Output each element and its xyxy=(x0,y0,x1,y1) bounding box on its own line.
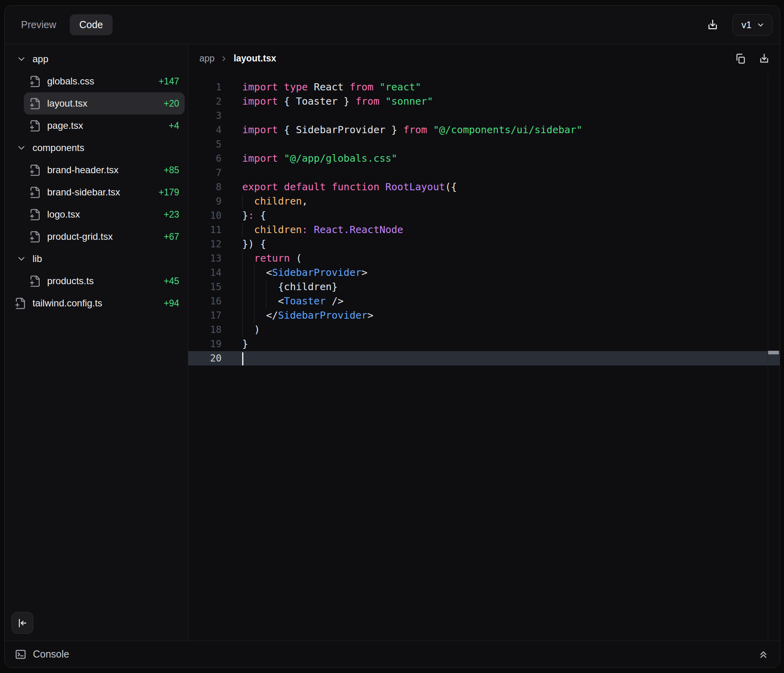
diff-added-badge: +179 xyxy=(159,187,185,198)
code-line-13[interactable]: 13return ( xyxy=(188,251,780,266)
line-code: children: React.ReactNode xyxy=(242,223,780,237)
code-header: app layout.tsx xyxy=(188,44,780,73)
tree-item-label: lib xyxy=(33,253,42,264)
tree-item-label: page.tsx xyxy=(47,120,83,131)
code-actions xyxy=(734,53,770,65)
indent-guide xyxy=(266,294,278,308)
line-number: 7 xyxy=(188,167,222,178)
tree-item-label: brand-header.tsx xyxy=(47,164,119,176)
tab-code[interactable]: Code xyxy=(70,14,113,35)
topbar-actions: v1 xyxy=(706,14,773,36)
line-number: 15 xyxy=(188,281,222,293)
code-line-15[interactable]: 15{children} xyxy=(188,280,780,294)
copy-code-button[interactable] xyxy=(734,53,746,65)
tree-item-label: brand-sidebar.tsx xyxy=(47,187,120,198)
code-line-11[interactable]: 11children: React.ReactNode xyxy=(188,223,780,237)
tree-item-page-tsx[interactable]: page.tsx+4 xyxy=(5,115,185,137)
tree-item-label: product-grid.tsx xyxy=(47,231,113,242)
line-code: } xyxy=(242,337,780,351)
indent-guide xyxy=(266,280,278,294)
tree-item-layout-tsx[interactable]: layout.tsx+20 xyxy=(24,92,185,115)
line-number: 8 xyxy=(188,182,222,193)
line-code: {children} xyxy=(242,280,780,294)
tree-item-logo-tsx[interactable]: logo.tsx+23 xyxy=(5,203,185,226)
expand-console-button[interactable] xyxy=(757,648,769,660)
tree-item-label: products.ts xyxy=(47,275,94,287)
chevron-right-icon xyxy=(220,55,228,63)
copy-icon xyxy=(734,53,746,65)
code-line-7[interactable]: 7 xyxy=(188,166,780,180)
indent-guide xyxy=(242,194,254,208)
code-line-12[interactable]: 12}) { xyxy=(188,237,780,251)
version-dropdown[interactable]: v1 xyxy=(732,14,773,36)
code-line-10[interactable]: 10}: { xyxy=(188,208,780,223)
indent-guide xyxy=(254,294,266,308)
indent-guide xyxy=(242,251,254,266)
code-line-8[interactable]: 8export default function RootLayout({ xyxy=(188,180,780,194)
tree-item-brand-sidebar-tsx[interactable]: brand-sidebar.tsx+179 xyxy=(5,181,185,203)
code-line-9[interactable]: 9children, xyxy=(188,194,780,208)
line-code xyxy=(242,166,780,180)
console-toggle[interactable]: Console xyxy=(15,648,69,660)
code-line-18[interactable]: 18) xyxy=(188,323,780,337)
download-button[interactable] xyxy=(706,19,719,31)
line-code xyxy=(242,109,780,123)
code-line-6[interactable]: 6import "@/app/globals.css" xyxy=(188,151,780,166)
download-file-button[interactable] xyxy=(758,53,770,65)
line-code: children, xyxy=(242,194,780,208)
tree-item-globals-css[interactable]: globals.css+147 xyxy=(5,70,185,92)
tree-item-products-ts[interactable]: products.ts+45 xyxy=(5,270,185,292)
code-line-2[interactable]: 2import { Toaster } from "sonner" xyxy=(188,94,780,109)
code-editor[interactable]: 1import type React from "react"2import {… xyxy=(188,73,780,640)
editor-scrollbar-thumb[interactable] xyxy=(768,351,779,354)
line-number: 19 xyxy=(188,338,222,350)
line-number: 12 xyxy=(188,239,222,250)
line-number: 16 xyxy=(188,296,222,307)
code-line-20[interactable]: 20 xyxy=(188,351,780,365)
download-icon xyxy=(706,19,719,31)
line-number: 2 xyxy=(188,96,222,107)
code-line-17[interactable]: 17</SidebarProvider> xyxy=(188,308,780,323)
line-code: </SidebarProvider> xyxy=(242,308,780,323)
diff-added-badge: +67 xyxy=(164,231,185,242)
code-line-19[interactable]: 19} xyxy=(188,337,780,351)
tab-preview[interactable]: Preview xyxy=(19,14,58,35)
terminal-icon xyxy=(15,648,27,660)
line-number: 3 xyxy=(188,110,222,121)
tree-item-app[interactable]: app xyxy=(5,48,185,70)
indent-guide xyxy=(242,223,254,237)
text-caret xyxy=(242,352,243,365)
code-line-1[interactable]: 1import type React from "react" xyxy=(188,80,780,94)
tree-item-brand-header-tsx[interactable]: brand-header.tsx+85 xyxy=(5,159,185,181)
file-plus-icon xyxy=(29,164,41,176)
indent-guide xyxy=(242,280,254,294)
breadcrumb: app layout.tsx xyxy=(199,53,276,64)
code-line-14[interactable]: 14<SidebarProvider> xyxy=(188,266,780,280)
line-number: 11 xyxy=(188,224,222,235)
editor-scrollbar-track[interactable] xyxy=(768,73,768,640)
collapse-sidebar-button[interactable] xyxy=(11,612,33,634)
chevrons-up-icon xyxy=(757,648,769,660)
tree-item-label: logo.tsx xyxy=(47,209,80,220)
line-number: 14 xyxy=(188,267,222,278)
line-number: 18 xyxy=(188,324,222,335)
line-code: export default function RootLayout({ xyxy=(242,180,780,194)
version-label: v1 xyxy=(742,19,751,31)
file-tree-sidebar: appglobals.css+147layout.tsx+20page.tsx+… xyxy=(5,44,188,640)
line-number: 13 xyxy=(188,253,222,264)
tree-item-label: components xyxy=(33,142,84,153)
code-line-5[interactable]: 5 xyxy=(188,137,780,151)
breadcrumb-folder[interactable]: app xyxy=(199,53,214,64)
tree-item-product-grid-tsx[interactable]: product-grid.tsx+67 xyxy=(5,226,185,248)
tree-item-tailwind-config-ts[interactable]: tailwind.config.ts+94 xyxy=(5,292,185,314)
code-lines: 1import type React from "react"2import {… xyxy=(188,80,780,365)
line-code: <Toaster /> xyxy=(242,294,780,308)
tree-item-components[interactable]: components xyxy=(5,137,185,159)
indent-guide xyxy=(242,294,254,308)
code-line-4[interactable]: 4import { SidebarProvider } from "@/comp… xyxy=(188,123,780,137)
code-line-3[interactable]: 3 xyxy=(188,109,780,123)
tree-item-lib[interactable]: lib xyxy=(5,248,185,270)
diff-added-badge: +45 xyxy=(164,276,185,287)
code-line-16[interactable]: 16<Toaster /> xyxy=(188,294,780,308)
chevron-down-icon xyxy=(16,54,27,64)
